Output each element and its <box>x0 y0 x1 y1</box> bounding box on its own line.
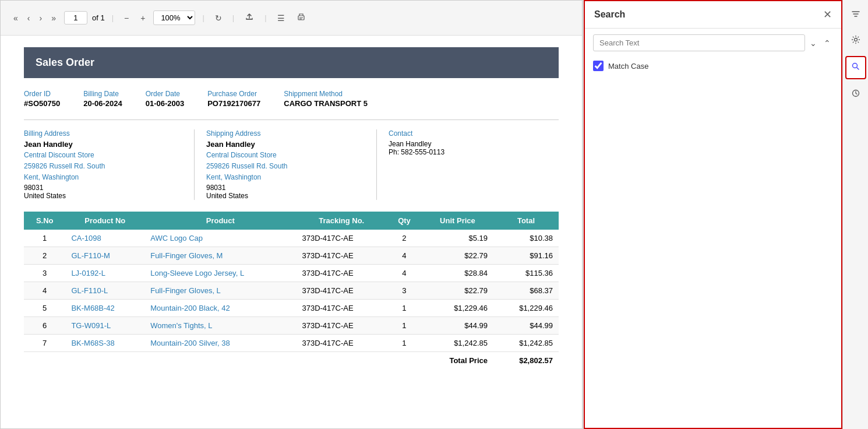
cell-qty: 3 <box>387 282 422 299</box>
toolbar: « ‹ › » of 1 | − + 100% 75% 125% 150% | … <box>1 1 582 36</box>
cell-total: $44.99 <box>493 317 559 334</box>
right-panel: Search ✕ ⌄ ⌃ Match Case <box>583 0 868 429</box>
cell-product: AWC Logo Cap <box>144 230 296 247</box>
total-row: Total Price $2,802.57 <box>24 351 559 369</box>
search-panel-title: Search <box>594 9 625 20</box>
cell-tracking: 373D-417C-AE <box>296 299 387 317</box>
cell-tracking: 373D-417C-AE <box>296 247 387 264</box>
table-row: 7 BK-M68S-38 Mountain-200 Silver, 38 373… <box>24 334 559 351</box>
gear-icon-button[interactable] <box>846 30 865 51</box>
cell-product: Mountain-200 Silver, 38 <box>144 334 296 351</box>
svg-point-4 <box>852 64 857 68</box>
search-close-button[interactable]: ✕ <box>823 8 832 21</box>
cell-total: $115.36 <box>493 264 559 282</box>
cell-unit-price: $28.84 <box>422 264 493 282</box>
cell-qty: 1 <box>387 299 422 317</box>
table-header-row: S.No Product No Product Tracking No. Qty… <box>24 212 559 230</box>
sep3: | <box>232 13 234 22</box>
side-icon-panel <box>842 0 868 429</box>
order-id-label: Order ID <box>24 90 60 98</box>
total-price-label: Total Price <box>422 351 493 369</box>
page-number-input[interactable] <box>64 11 87 24</box>
purchase-order-value: PO7192170677 <box>207 99 260 108</box>
contact-block: Contact Jean Handley Ph: 582-555-0113 <box>389 129 559 200</box>
next-page-button[interactable]: › <box>36 11 45 25</box>
col-tracking: Tracking No. <box>296 212 387 230</box>
billing-name: Jean Handley <box>24 140 182 149</box>
pagination-nav: « ‹ › » <box>10 11 59 25</box>
zoom-select[interactable]: 100% 75% 125% 150% <box>153 10 195 25</box>
zoom-in-button[interactable]: + <box>137 11 149 25</box>
sales-order-title: Sales Order <box>36 57 94 68</box>
search-text-input[interactable] <box>593 34 805 51</box>
search-panel: Search ✕ ⌄ ⌃ Match Case <box>584 0 842 429</box>
billing-company: Central Discount Store <box>24 150 182 161</box>
cell-product: Full-Finger Gloves, M <box>144 247 296 264</box>
shipment-method-label: Shippment Method <box>284 90 368 98</box>
billing-address-block: Billing Address Jean Handley Central Dis… <box>24 129 195 200</box>
order-id-field: Order ID #SO50750 <box>24 90 60 108</box>
cell-unit-price: $5.19 <box>422 230 493 247</box>
search-icon-button[interactable] <box>845 56 866 79</box>
order-date-value: 01-06-2003 <box>146 99 185 108</box>
table-row: 6 TG-W091-L Women's Tights, L 373D-417C-… <box>24 317 559 334</box>
document-content: Sales Order Order ID #SO50750 Billing Da… <box>1 36 582 428</box>
search-input-row: ⌄ ⌃ <box>585 29 841 57</box>
cell-sno: 4 <box>24 282 65 299</box>
billing-zip: 98031 <box>24 184 182 192</box>
cell-total: $1,242.85 <box>493 334 559 351</box>
divider-1 <box>24 119 559 120</box>
billing-address1: 259826 Russell Rd. South <box>24 161 182 172</box>
order-date-field: Order Date 01-06-2003 <box>146 90 185 108</box>
col-qty: Qty <box>387 212 422 230</box>
contact-name: Jean Handley <box>389 140 547 148</box>
contact-label: Contact <box>389 129 547 138</box>
sales-order-header: Sales Order <box>24 47 559 78</box>
cell-unit-price: $44.99 <box>422 317 493 334</box>
search-prev-button[interactable]: ⌄ <box>807 36 819 50</box>
cell-sno: 6 <box>24 317 65 334</box>
shipment-method-value: CARGO TRANSPORT 5 <box>284 99 368 108</box>
cell-total: $68.37 <box>493 282 559 299</box>
sep4: | <box>264 13 266 22</box>
export-button[interactable] <box>241 10 257 26</box>
cell-sno: 7 <box>24 334 65 351</box>
cell-unit-price: $1,229.46 <box>422 299 493 317</box>
address-section: Billing Address Jean Handley Central Dis… <box>24 129 559 200</box>
shipping-address1: 259826 Russell Rd. South <box>206 161 365 172</box>
prev-page-button[interactable]: ‹ <box>24 11 34 25</box>
cell-tracking: 373D-417C-AE <box>296 282 387 299</box>
col-product-no: Product No <box>65 212 144 230</box>
cell-total: $91.16 <box>493 247 559 264</box>
cell-product-no: CA-1098 <box>65 230 144 247</box>
shipping-address-block: Shipping Address Jean Handley Central Di… <box>206 129 377 200</box>
cell-product-no: TG-W091-L <box>65 317 144 334</box>
first-page-button[interactable]: « <box>10 11 22 25</box>
cell-product-no: GL-F110-M <box>65 247 144 264</box>
print-button[interactable] <box>293 10 309 26</box>
cell-product: Full-Finger Gloves, L <box>144 282 296 299</box>
shipping-city-state: Kent, Washington <box>206 172 365 183</box>
main-document-area: « ‹ › » of 1 | − + 100% 75% 125% 150% | … <box>0 0 583 429</box>
shipping-company: Central Discount Store <box>206 150 365 161</box>
view-button[interactable]: ☰ <box>274 11 288 25</box>
cell-product-no: BK-M68S-38 <box>65 334 144 351</box>
zoom-out-button[interactable]: − <box>121 11 132 25</box>
history-icon-button[interactable] <box>846 84 865 105</box>
cell-sno: 2 <box>24 247 65 264</box>
match-case-checkbox[interactable] <box>593 61 604 71</box>
billing-date-value: 20-06-2024 <box>83 99 122 108</box>
cell-product-no: GL-F110-L <box>65 282 144 299</box>
billing-date-label: Billing Date <box>83 90 122 98</box>
table-row: 4 GL-F110-L Full-Finger Gloves, L 373D-4… <box>24 282 559 299</box>
search-next-button[interactable]: ⌃ <box>821 36 833 50</box>
filter-icon-button[interactable] <box>846 5 865 26</box>
shipping-address-label: Shipping Address <box>206 129 365 138</box>
last-page-button[interactable]: » <box>48 11 59 25</box>
cell-product-no: BK-M68B-42 <box>65 299 144 317</box>
cell-sno: 1 <box>24 230 65 247</box>
match-case-label: Match Case <box>608 62 648 71</box>
refresh-button[interactable]: ↻ <box>211 11 225 25</box>
cell-sno: 5 <box>24 299 65 317</box>
cell-qty: 4 <box>387 264 422 282</box>
